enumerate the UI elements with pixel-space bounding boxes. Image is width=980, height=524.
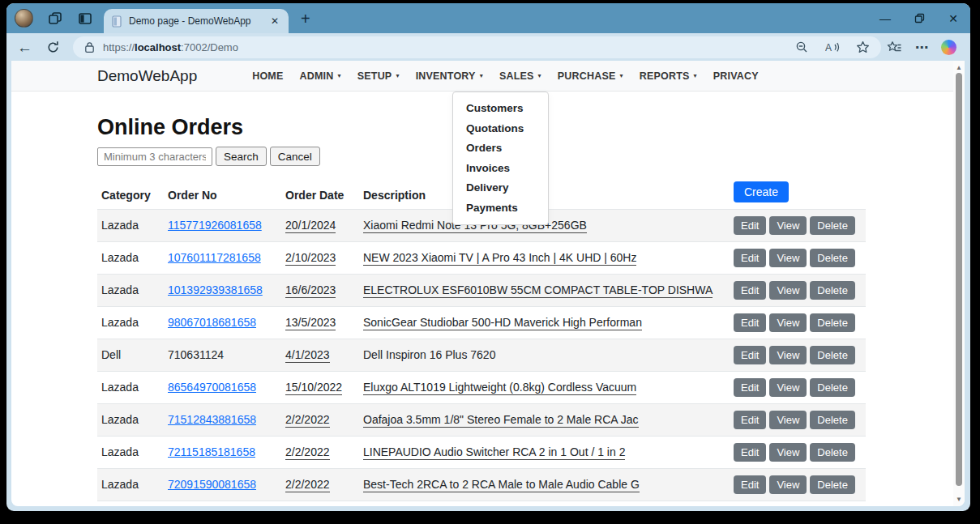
favorites-bar-icon[interactable]: [887, 40, 902, 53]
table-row: Lazada10139293938165816/6/2023ELECTROLUX…: [97, 274, 866, 306]
menu-item-quotations[interactable]: Quotations: [453, 119, 548, 139]
lock-icon[interactable]: [84, 41, 95, 53]
table-row: Lazada8656497008165815/10/2022Eluxgo ALT…: [97, 371, 866, 403]
cell-actions: EditViewDelete: [730, 274, 866, 306]
action-delete-button[interactable]: Delete: [810, 216, 855, 235]
action-edit-button[interactable]: Edit: [734, 346, 766, 364]
order-no-link[interactable]: 86564970081658: [168, 381, 256, 394]
action-delete-button[interactable]: Delete: [810, 475, 855, 494]
nav-item-reports[interactable]: REPORTS▾: [631, 70, 705, 82]
tab-close-icon[interactable]: ✕: [268, 15, 281, 27]
action-edit-button[interactable]: Edit: [734, 281, 766, 300]
caret-down-icon: ▾: [480, 72, 483, 79]
minimize-button[interactable]: —: [868, 3, 902, 33]
page-scrollbar[interactable]: ▲ ▼: [953, 61, 965, 506]
search-input[interactable]: [97, 147, 212, 166]
action-edit-button[interactable]: Edit: [734, 216, 766, 235]
cell-category: Lazada: [97, 436, 164, 468]
cancel-button[interactable]: Cancel: [270, 147, 320, 166]
more-menu-icon[interactable]: ⋯: [915, 40, 928, 55]
order-date-text: 2/2/2022: [285, 413, 330, 428]
table-row: Lazada1076011172816582/10/2023NEW 2023 X…: [97, 241, 866, 274]
order-no-link[interactable]: 72115185181658: [168, 445, 255, 458]
profile-avatar[interactable]: [15, 9, 33, 28]
cell-order-no: 115771926081658: [164, 209, 281, 241]
action-delete-button[interactable]: Delete: [810, 346, 855, 364]
order-no-link[interactable]: 98067018681658: [168, 316, 256, 329]
action-view-button[interactable]: View: [769, 346, 807, 364]
favorite-star-icon[interactable]: [856, 40, 870, 53]
menu-item-invoices[interactable]: Invoices: [453, 159, 548, 179]
action-view-button[interactable]: View: [769, 313, 807, 332]
table-row: Lazada9806701868165813/5/2023SonicGear S…: [97, 306, 866, 339]
scrollbar-up-icon[interactable]: ▲: [953, 62, 965, 73]
action-edit-button[interactable]: Edit: [734, 378, 766, 397]
nav-item-purchase[interactable]: PURCHASE▾: [550, 70, 631, 82]
nav-item-sales[interactable]: SALES▾: [491, 70, 550, 82]
zoom-out-icon[interactable]: [795, 40, 809, 54]
action-delete-button[interactable]: Delete: [810, 281, 855, 300]
cell-order-no: 710631124: [164, 339, 281, 371]
nav-item-home[interactable]: HOME: [244, 70, 291, 82]
nav-item-privacy[interactable]: PRIVACY: [705, 70, 767, 82]
action-view-button[interactable]: View: [769, 443, 807, 462]
read-aloud-icon[interactable]: A: [825, 41, 840, 53]
menu-item-payments[interactable]: Payments: [453, 198, 548, 219]
cell-order-date: 13/5/2023: [281, 306, 359, 339]
nav-item-admin[interactable]: ADMIN▾: [292, 70, 349, 82]
action-delete-button[interactable]: Delete: [810, 378, 855, 397]
cell-order-date: 2/2/2022: [281, 436, 359, 468]
cell-category: Lazada: [97, 306, 164, 339]
search-button[interactable]: Search: [216, 147, 267, 166]
create-button[interactable]: Create: [734, 181, 789, 202]
action-delete-button[interactable]: Delete: [810, 249, 855, 267]
menu-item-orders[interactable]: Orders: [453, 138, 548, 159]
orders-table: Category Order No Order Date Description…: [97, 181, 866, 506]
split-screen-icon[interactable]: [77, 11, 93, 27]
refresh-icon[interactable]: [46, 40, 60, 54]
table-row: Lazada721151851816582/2/2022LINEPAUDIO A…: [97, 436, 866, 468]
workspaces-icon[interactable]: [47, 11, 63, 27]
back-icon[interactable]: ←: [17, 40, 32, 55]
action-delete-button[interactable]: Delete: [810, 313, 855, 332]
action-delete-button[interactable]: Delete: [810, 411, 855, 429]
app-brand[interactable]: DemoWebApp: [97, 67, 197, 85]
scrollbar-down-icon[interactable]: ▼: [953, 493, 965, 505]
close-button[interactable]: ✕: [936, 3, 970, 33]
action-view-button[interactable]: View: [769, 475, 807, 494]
copilot-icon[interactable]: [941, 40, 956, 55]
action-edit-button[interactable]: Edit: [734, 313, 766, 332]
action-delete-button[interactable]: Delete: [810, 443, 855, 462]
browser-tab[interactable]: Demo page - DemoWebApp ✕: [104, 9, 289, 33]
action-view-button[interactable]: View: [769, 378, 807, 397]
table-row: Lazada7195258788165829/1/2022Tempered gl…: [97, 501, 866, 506]
action-view-button[interactable]: View: [769, 216, 807, 235]
order-no-link[interactable]: 101392939381658: [168, 283, 263, 296]
action-edit-button[interactable]: Edit: [734, 249, 766, 267]
restore-button[interactable]: [902, 3, 936, 33]
caret-down-icon: ▾: [694, 72, 697, 79]
action-edit-button[interactable]: Edit: [734, 475, 766, 494]
order-date-text: 16/6/2023: [285, 283, 336, 298]
new-tab-button[interactable]: +: [301, 11, 310, 27]
action-edit-button[interactable]: Edit: [734, 411, 766, 429]
order-no-link[interactable]: 115771926081658: [168, 219, 262, 232]
action-view-button[interactable]: View: [769, 411, 807, 429]
address-bar[interactable]: https://localhost:7002/Demo A: [73, 36, 881, 58]
url-text: https://localhost:7002/Demo: [103, 41, 238, 53]
nav-item-setup[interactable]: SETUP▾: [349, 70, 408, 82]
menu-item-customers[interactable]: Customers: [453, 99, 548, 119]
scrollbar-thumb[interactable]: [956, 73, 962, 486]
nav-item-inventory[interactable]: INVENTORY▾: [408, 70, 491, 82]
cell-order-date: 16/6/2023: [281, 274, 359, 306]
order-no-link[interactable]: 71512843881658: [168, 413, 256, 426]
action-view-button[interactable]: View: [769, 281, 807, 300]
action-edit-button[interactable]: Edit: [734, 443, 766, 462]
cell-category: Lazada: [97, 501, 164, 506]
order-no-link[interactable]: 72091590081658: [168, 478, 256, 491]
action-view-button[interactable]: View: [769, 249, 807, 267]
cell-category: Dell: [97, 339, 164, 371]
menu-item-delivery[interactable]: Delivery: [453, 178, 548, 198]
order-no-link[interactable]: 107601117281658: [168, 251, 261, 264]
description-text: NEW 2023 Xiaomi TV | A Pro 43 Inch | 4K …: [363, 251, 636, 266]
